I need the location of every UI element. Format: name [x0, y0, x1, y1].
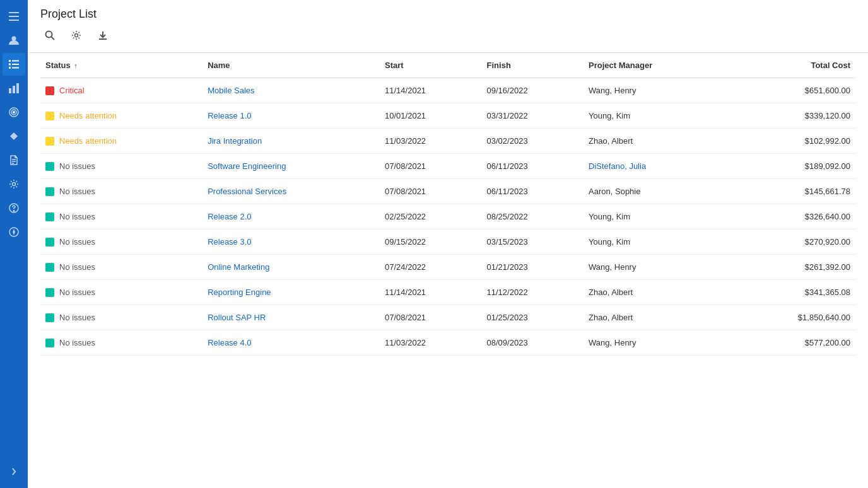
col-cost[interactable]: Total Cost [730, 53, 855, 78]
target-icon[interactable] [3, 101, 25, 124]
status-cell: Needs attention [45, 136, 197, 146]
manager-name: Zhao, Albert [584, 280, 730, 305]
total-cost: $1,850,640.00 [730, 305, 855, 330]
status-dot-icon [45, 238, 54, 247]
svg-rect-2 [9, 20, 19, 21]
project-name-link[interactable]: Rollout SAP HR [208, 313, 266, 322]
project-name-link[interactable]: Online Marketing [208, 262, 269, 272]
status-label: No issues [59, 187, 95, 196]
diamond-icon[interactable] [3, 125, 25, 148]
manager-name: Zhao, Albert [584, 129, 730, 154]
project-name-link[interactable]: Release 4.0 [208, 338, 251, 347]
table-row: No issues Online Marketing07/24/202201/2… [40, 255, 855, 280]
total-cost: $326,640.00 [730, 204, 855, 229]
status-cell: No issues [45, 262, 197, 272]
table-row: Needs attention Jira Integration11/03/20… [40, 129, 855, 154]
finish-date: 08/09/2023 [482, 330, 584, 356]
start-date: 09/15/2022 [380, 229, 482, 255]
svg-line-26 [52, 37, 55, 40]
status-cell: Critical [45, 86, 197, 95]
col-name[interactable]: Name [202, 53, 380, 78]
list-icon[interactable] [3, 53, 25, 76]
page-title: Project List [40, 8, 855, 21]
compass-icon[interactable] [3, 221, 25, 243]
status-label: No issues [59, 262, 95, 272]
settings-icon[interactable] [3, 173, 25, 195]
col-manager[interactable]: Project Manager [584, 53, 730, 78]
svg-rect-6 [9, 64, 11, 66]
menu-icon[interactable] [3, 5, 25, 28]
status-label: Critical [59, 86, 85, 95]
manager-link[interactable]: DiStefano, Julia [589, 161, 646, 171]
status-cell: No issues [45, 237, 197, 247]
manager-name: Young, Kim [584, 204, 730, 229]
start-date: 07/08/2021 [380, 305, 482, 330]
total-cost: $651,600.00 [730, 78, 855, 103]
col-status[interactable]: Status ↑ [40, 53, 202, 78]
gear-button[interactable] [67, 26, 86, 45]
project-name-link[interactable]: Release 3.0 [208, 237, 251, 247]
finish-date: 01/25/2023 [482, 305, 584, 330]
total-cost: $339,120.00 [730, 103, 855, 129]
table-row: No issues Reporting Engine11/14/202111/1… [40, 280, 855, 305]
status-label: No issues [59, 212, 95, 221]
status-cell: No issues [45, 212, 197, 221]
project-name-link[interactable]: Release 2.0 [208, 212, 251, 221]
status-label: No issues [59, 338, 95, 347]
svg-rect-5 [12, 61, 19, 62]
svg-rect-10 [9, 88, 11, 93]
finish-date: 08/25/2022 [482, 204, 584, 229]
table-row: No issues Release 2.002/25/202208/25/202… [40, 204, 855, 229]
finish-date: 06/11/2023 [482, 154, 584, 179]
main-content: Project List Status ↑ Na [28, 0, 868, 488]
table-row: No issues Release 4.011/03/202208/09/202… [40, 330, 855, 356]
table-row: Needs attention Release 1.010/01/202103/… [40, 103, 855, 129]
manager-name: Aaron, Sophie [584, 179, 730, 204]
svg-rect-0 [9, 12, 19, 13]
people-icon[interactable] [3, 29, 25, 52]
document-icon[interactable] [3, 149, 25, 171]
total-cost: $145,661.78 [730, 179, 855, 204]
manager-name: Wang, Henry [584, 78, 730, 103]
project-name-link[interactable]: Professional Services [208, 187, 286, 196]
col-start[interactable]: Start [380, 53, 482, 78]
table-header-row: Status ↑ Name Start Finish Project Manag… [40, 53, 855, 78]
start-date: 11/03/2022 [380, 129, 482, 154]
project-name-link[interactable]: Release 1.0 [208, 111, 251, 120]
status-dot-icon [45, 313, 54, 322]
total-cost: $261,392.00 [730, 255, 855, 280]
project-name-link[interactable]: Jira Integration [208, 136, 262, 146]
total-cost: $270,920.00 [730, 229, 855, 255]
manager-name: Zhao, Albert [584, 305, 730, 330]
status-dot-icon [45, 86, 54, 95]
manager-name: Young, Kim [584, 229, 730, 255]
start-date: 07/08/2021 [380, 154, 482, 179]
start-date: 07/08/2021 [380, 179, 482, 204]
status-dot-icon [45, 212, 54, 221]
status-label: No issues [59, 237, 95, 247]
expand-icon[interactable] [3, 460, 25, 483]
svg-marker-24 [13, 229, 15, 235]
status-cell: No issues [45, 288, 197, 297]
project-name-link[interactable]: Mobile Sales [208, 86, 254, 95]
status-cell: Needs attention [45, 111, 197, 120]
project-name-link[interactable]: Reporting Engine [208, 288, 271, 297]
status-label: Needs attention [59, 136, 117, 146]
total-cost: $189,092.00 [730, 154, 855, 179]
col-finish[interactable]: Finish [482, 53, 584, 78]
help-icon[interactable] [3, 197, 25, 219]
svg-point-27 [75, 34, 78, 37]
svg-rect-11 [13, 86, 15, 93]
project-table: Status ↑ Name Start Finish Project Manag… [40, 53, 855, 356]
table-row: No issues Rollout SAP HR07/08/202101/25/… [40, 305, 855, 330]
download-button[interactable] [93, 26, 112, 45]
project-name-link[interactable]: Software Engineering [208, 161, 286, 171]
status-cell: No issues [45, 187, 197, 196]
manager-name: Wang, Henry [584, 330, 730, 356]
status-cell: No issues [45, 313, 197, 322]
bar-chart-icon[interactable] [3, 77, 25, 100]
table-row: No issues Release 3.009/15/202203/15/202… [40, 229, 855, 255]
svg-rect-9 [12, 67, 19, 69]
svg-point-22 [13, 211, 15, 212]
search-button[interactable] [40, 26, 59, 45]
